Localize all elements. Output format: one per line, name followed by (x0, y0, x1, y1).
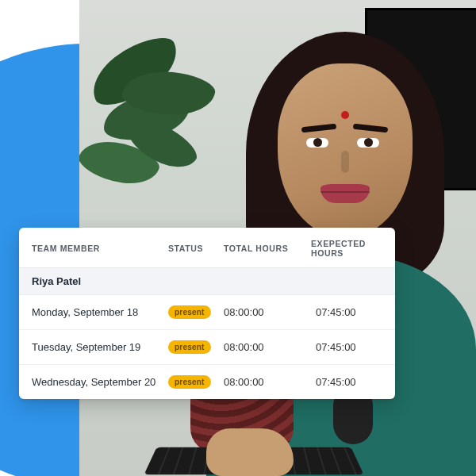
cell-total: 08:00:00 (224, 376, 311, 388)
status-badge: present (168, 375, 211, 389)
cell-day: Wednesday, September 20 (32, 376, 168, 388)
member-name-row[interactable]: Riya Patel (19, 267, 395, 295)
table-row: Monday, September 18 present 08:00:00 07… (19, 295, 395, 330)
col-header-status: STATUS (168, 244, 224, 253)
cell-expected: 07:45:00 (311, 341, 382, 353)
member-name: Riya Patel (32, 275, 81, 287)
cell-status: present (168, 375, 224, 389)
col-header-total: TOTAL HOURS (224, 244, 311, 253)
cell-status: present (168, 340, 224, 354)
cell-expected: 07:45:00 (311, 306, 382, 318)
col-header-member: TEAM MEMBER (32, 244, 168, 253)
col-header-expected: EXEPECTED HOURS (311, 239, 382, 258)
cell-total: 08:00:00 (224, 341, 311, 353)
cell-expected: 07:45:00 (311, 376, 382, 388)
cell-day: Monday, September 18 (32, 306, 168, 318)
cell-status: present (168, 305, 224, 319)
status-badge: present (168, 340, 211, 354)
stage: TEAM MEMBER STATUS TOTAL HOURS EXEPECTED… (0, 0, 476, 476)
status-badge: present (168, 305, 211, 319)
attendance-card: TEAM MEMBER STATUS TOTAL HOURS EXEPECTED… (19, 228, 395, 399)
table-row: Tuesday, September 19 present 08:00:00 0… (19, 330, 395, 365)
cell-total: 08:00:00 (224, 306, 311, 318)
table-row: Wednesday, September 20 present 08:00:00… (19, 365, 395, 399)
cell-day: Tuesday, September 19 (32, 341, 168, 353)
table-header-row: TEAM MEMBER STATUS TOTAL HOURS EXEPECTED… (19, 228, 395, 267)
